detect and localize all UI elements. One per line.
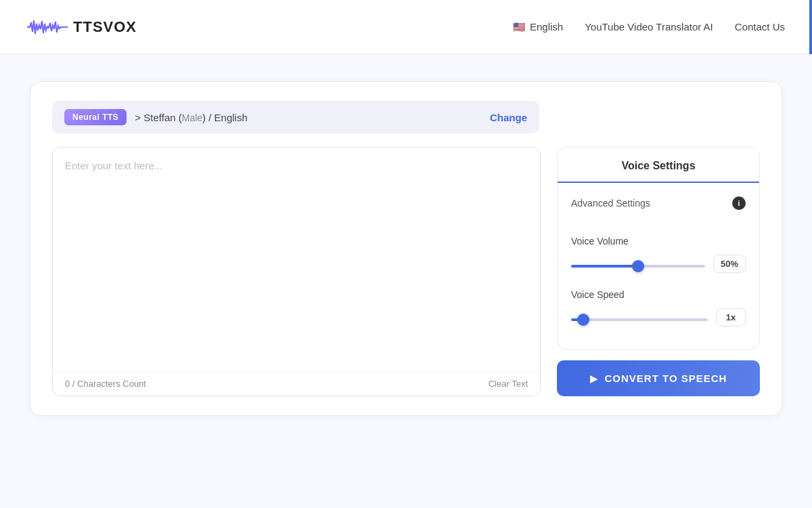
volume-label: Voice Volume bbox=[571, 236, 746, 247]
contact-us-link[interactable]: Contact Us bbox=[735, 21, 785, 33]
nav-area: 🇺🇸 English YouTube Video Translator AI C… bbox=[513, 21, 785, 33]
volume-slider[interactable] bbox=[571, 265, 705, 268]
speed-slider-wrapper bbox=[571, 312, 708, 324]
header: TTSVOX 🇺🇸 English YouTube Video Translat… bbox=[0, 0, 812, 54]
advanced-settings-row: Advanced Settings i bbox=[571, 196, 746, 210]
flag-icon: 🇺🇸 bbox=[513, 21, 526, 33]
char-count-label: / Characters Count bbox=[72, 379, 146, 389]
voice-selector-bar: Neural TTS > Steffan (Male) / English Ch… bbox=[52, 101, 539, 133]
main-content: Neural TTS > Steffan (Male) / English Ch… bbox=[0, 54, 812, 443]
volume-slider-row: 50% bbox=[571, 255, 746, 273]
main-card: Neural TTS > Steffan (Male) / English Ch… bbox=[30, 81, 782, 416]
settings-title: Voice Settings bbox=[558, 148, 759, 183]
volume-value-badge: 50% bbox=[713, 255, 746, 273]
separator: > bbox=[135, 112, 141, 123]
logo-text: TTSVOX bbox=[73, 18, 137, 36]
clear-text-button[interactable]: Clear Text bbox=[489, 379, 528, 389]
voice-gender: Male bbox=[182, 112, 202, 123]
char-count-number: 0 bbox=[65, 379, 70, 389]
voice-name-label: > Steffan (Male) / English bbox=[135, 112, 247, 123]
voice-selector-left: Neural TTS > Steffan (Male) / English bbox=[64, 109, 248, 125]
volume-section: Voice Volume 50% bbox=[571, 236, 746, 273]
logo-area: TTSVOX bbox=[27, 17, 137, 37]
two-col-layout: 0 / Characters Count Clear Text Voice Se… bbox=[52, 147, 760, 396]
neural-tts-badge: Neural TTS bbox=[64, 109, 127, 125]
speed-value-badge: 1x bbox=[716, 308, 746, 326]
header-accent bbox=[809, 0, 812, 54]
text-input-wrapper: 0 / Characters Count Clear Text bbox=[52, 147, 541, 396]
text-input-column: 0 / Characters Count Clear Text bbox=[52, 147, 541, 396]
settings-column: Voice Settings Advanced Settings i Voice… bbox=[557, 147, 760, 396]
text-footer: 0 / Characters Count Clear Text bbox=[53, 371, 540, 396]
language-label: English bbox=[530, 21, 563, 33]
youtube-translator-link[interactable]: YouTube Video Translator AI bbox=[585, 21, 713, 33]
convert-button-label: CONVERT TO SPEECH bbox=[605, 373, 727, 384]
settings-body: Advanced Settings i Voice Volume 50% bbox=[558, 183, 759, 340]
voice-name-text: Steffan (Male) / English bbox=[143, 112, 248, 123]
settings-card: Voice Settings Advanced Settings i Voice… bbox=[557, 147, 760, 350]
info-icon[interactable]: i bbox=[732, 196, 746, 210]
volume-slider-wrapper bbox=[571, 258, 705, 270]
char-count: 0 / Characters Count bbox=[65, 379, 146, 389]
speed-slider[interactable] bbox=[571, 318, 708, 321]
convert-to-speech-button[interactable]: ▶ CONVERT TO SPEECH bbox=[557, 360, 760, 396]
language-selector[interactable]: 🇺🇸 English bbox=[513, 21, 563, 33]
logo-waveform-icon bbox=[27, 17, 68, 37]
change-voice-button[interactable]: Change bbox=[490, 112, 527, 123]
speed-section: Voice Speed 1x bbox=[571, 289, 746, 326]
text-input[interactable] bbox=[53, 148, 540, 371]
speed-label: Voice Speed bbox=[571, 289, 746, 300]
advanced-settings-label: Advanced Settings bbox=[571, 198, 650, 209]
speed-slider-row: 1x bbox=[571, 308, 746, 326]
play-icon: ▶ bbox=[590, 373, 598, 384]
